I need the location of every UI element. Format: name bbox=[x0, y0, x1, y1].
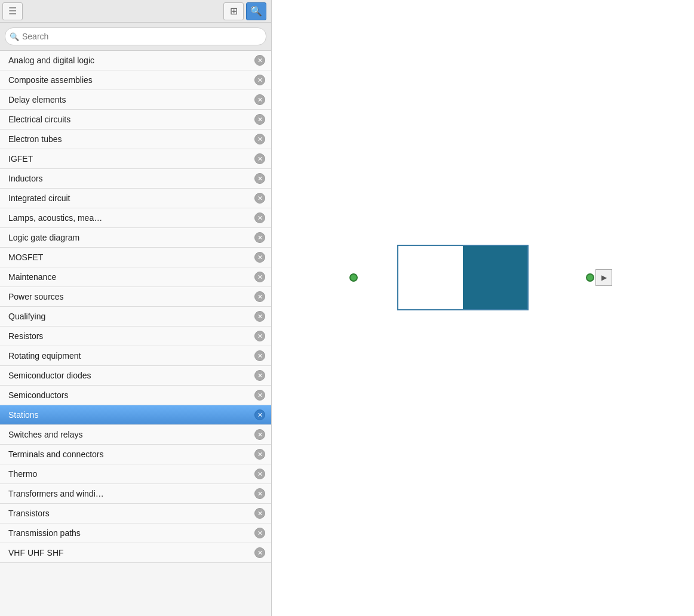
category-label-integrated: Integrated circuit bbox=[8, 193, 251, 203]
category-item-composite[interactable]: Composite assemblies✕ bbox=[0, 70, 271, 90]
category-label-rotating: Rotating equipment bbox=[8, 351, 251, 361]
category-item-terminals[interactable]: Terminals and connectors✕ bbox=[0, 445, 271, 464]
category-close-btn-electrical[interactable]: ✕ bbox=[254, 114, 265, 125]
category-item-thermo[interactable]: Thermo✕ bbox=[0, 464, 271, 484]
category-label-lamps: Lamps, acoustics, mea… bbox=[8, 213, 251, 223]
sidebar: ☰ ⊞ 🔍 🔍 Analog and digital logic✕Composi… bbox=[0, 0, 272, 616]
category-label-switches: Switches and relays bbox=[8, 430, 251, 439]
category-label-vhf: VHF UHF SHF bbox=[8, 548, 251, 558]
category-item-power[interactable]: Power sources✕ bbox=[0, 287, 271, 307]
category-close-btn-electron-tubes[interactable]: ✕ bbox=[254, 134, 265, 144]
category-label-logic-gate: Logic gate diagram bbox=[8, 233, 251, 242]
category-item-stations[interactable]: Stations✕ bbox=[0, 405, 271, 425]
category-item-maintenance[interactable]: Maintenance✕ bbox=[0, 267, 271, 287]
category-item-semiconductors[interactable]: Semiconductors✕ bbox=[0, 386, 271, 405]
station-box bbox=[397, 245, 529, 310]
play-button[interactable]: ▶ bbox=[595, 269, 612, 286]
search-wrapper: 🔍 bbox=[5, 27, 266, 45]
category-item-delay[interactable]: Delay elements✕ bbox=[0, 90, 271, 110]
category-close-btn-integrated[interactable]: ✕ bbox=[254, 193, 265, 204]
category-close-btn-maintenance[interactable]: ✕ bbox=[254, 272, 265, 282]
category-label-thermo: Thermo bbox=[8, 469, 251, 479]
play-icon: ▶ bbox=[601, 273, 607, 282]
category-item-lamps[interactable]: Lamps, acoustics, mea…✕ bbox=[0, 208, 271, 228]
category-label-inductors: Inductors bbox=[8, 174, 251, 183]
category-item-igfet[interactable]: IGFET✕ bbox=[0, 149, 271, 169]
category-item-analog-digital[interactable]: Analog and digital logic✕ bbox=[0, 51, 271, 70]
category-item-switches[interactable]: Switches and relays✕ bbox=[0, 425, 271, 445]
main-canvas[interactable]: ▶ bbox=[272, 0, 694, 616]
canvas-component[interactable]: ▶ bbox=[397, 245, 529, 310]
category-item-semiconductor-diodes[interactable]: Semiconductor diodes✕ bbox=[0, 366, 271, 386]
category-label-composite: Composite assemblies bbox=[8, 75, 251, 85]
category-close-btn-qualifying[interactable]: ✕ bbox=[254, 311, 265, 322]
category-item-rotating[interactable]: Rotating equipment✕ bbox=[0, 346, 271, 366]
category-close-btn-thermo[interactable]: ✕ bbox=[254, 469, 265, 479]
category-label-qualifying: Qualifying bbox=[8, 312, 251, 321]
category-close-btn-transformers[interactable]: ✕ bbox=[254, 488, 265, 499]
category-label-transistors: Transistors bbox=[8, 509, 251, 518]
search-toolbar-icon: 🔍 bbox=[250, 5, 262, 17]
category-close-btn-transistors[interactable]: ✕ bbox=[254, 508, 265, 519]
category-close-btn-composite[interactable]: ✕ bbox=[254, 75, 265, 85]
list-view-button[interactable]: ☰ bbox=[2, 2, 23, 20]
category-close-btn-vhf[interactable]: ✕ bbox=[254, 547, 265, 558]
station-left-panel bbox=[398, 246, 463, 310]
category-item-electrical[interactable]: Electrical circuits✕ bbox=[0, 110, 271, 130]
category-close-btn-mosfet[interactable]: ✕ bbox=[254, 252, 265, 263]
category-close-btn-logic-gate[interactable]: ✕ bbox=[254, 232, 265, 243]
category-item-inductors[interactable]: Inductors✕ bbox=[0, 169, 271, 189]
left-connection-point[interactable] bbox=[349, 273, 358, 282]
category-label-delay: Delay elements bbox=[8, 95, 251, 104]
category-label-resistors: Resistors bbox=[8, 331, 251, 341]
category-list: Analog and digital logic✕Composite assem… bbox=[0, 51, 271, 616]
category-item-electron-tubes[interactable]: Electron tubes✕ bbox=[0, 130, 271, 149]
category-close-btn-lamps[interactable]: ✕ bbox=[254, 212, 265, 223]
category-label-semiconductor-diodes: Semiconductor diodes bbox=[8, 371, 251, 380]
category-label-electrical: Electrical circuits bbox=[8, 115, 251, 124]
category-label-electron-tubes: Electron tubes bbox=[8, 134, 251, 144]
category-close-btn-semiconductors[interactable]: ✕ bbox=[254, 390, 265, 401]
category-close-btn-inductors[interactable]: ✕ bbox=[254, 173, 265, 184]
category-label-mosfet: MOSFET bbox=[8, 252, 251, 262]
category-label-maintenance: Maintenance bbox=[8, 272, 251, 282]
category-close-btn-switches[interactable]: ✕ bbox=[254, 429, 265, 440]
category-item-transmission[interactable]: Transmission paths✕ bbox=[0, 523, 271, 543]
category-label-power: Power sources bbox=[8, 292, 251, 301]
category-label-transmission: Transmission paths bbox=[8, 528, 251, 538]
category-item-transistors[interactable]: Transistors✕ bbox=[0, 504, 271, 523]
category-item-logic-gate[interactable]: Logic gate diagram✕ bbox=[0, 228, 271, 248]
category-close-btn-rotating[interactable]: ✕ bbox=[254, 350, 265, 361]
category-close-btn-terminals[interactable]: ✕ bbox=[254, 449, 265, 460]
category-close-btn-transmission[interactable]: ✕ bbox=[254, 528, 265, 538]
category-label-terminals: Terminals and connectors bbox=[8, 449, 251, 459]
category-close-btn-igfet[interactable]: ✕ bbox=[254, 153, 265, 164]
search-container: 🔍 bbox=[0, 23, 271, 51]
category-close-btn-stations[interactable]: ✕ bbox=[254, 409, 265, 420]
category-item-mosfet[interactable]: MOSFET✕ bbox=[0, 248, 271, 267]
category-item-integrated[interactable]: Integrated circuit✕ bbox=[0, 189, 271, 208]
category-close-btn-resistors[interactable]: ✕ bbox=[254, 331, 265, 341]
right-connection-point[interactable] bbox=[586, 273, 594, 282]
category-item-qualifying[interactable]: Qualifying✕ bbox=[0, 307, 271, 327]
category-label-stations: Stations bbox=[8, 410, 251, 420]
toolbar: ☰ ⊞ 🔍 bbox=[0, 0, 271, 23]
station-right-panel bbox=[463, 246, 527, 310]
category-item-resistors[interactable]: Resistors✕ bbox=[0, 327, 271, 346]
category-item-transformers[interactable]: Transformers and windi…✕ bbox=[0, 484, 271, 504]
search-input[interactable] bbox=[5, 27, 266, 45]
category-label-semiconductors: Semiconductors bbox=[8, 390, 251, 400]
category-item-vhf[interactable]: VHF UHF SHF✕ bbox=[0, 543, 271, 563]
category-label-analog-digital: Analog and digital logic bbox=[8, 56, 251, 65]
category-label-igfet: IGFET bbox=[8, 154, 251, 164]
category-close-btn-semiconductor-diodes[interactable]: ✕ bbox=[254, 370, 265, 381]
search-view-button[interactable]: 🔍 bbox=[246, 2, 266, 20]
category-close-btn-power[interactable]: ✕ bbox=[254, 291, 265, 302]
category-label-transformers: Transformers and windi… bbox=[8, 489, 251, 498]
category-close-btn-analog-digital[interactable]: ✕ bbox=[254, 55, 265, 66]
grid-icon: ⊞ bbox=[230, 5, 238, 17]
category-close-btn-delay[interactable]: ✕ bbox=[254, 94, 265, 105]
list-icon: ☰ bbox=[8, 5, 17, 17]
grid-view-button[interactable]: ⊞ bbox=[223, 2, 244, 20]
